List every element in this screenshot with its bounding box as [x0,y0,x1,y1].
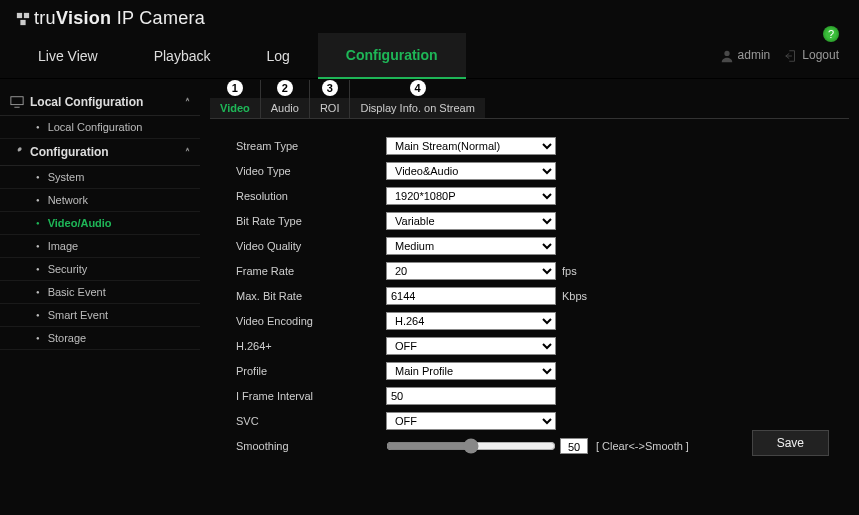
logout-link[interactable]: Logout [784,48,839,63]
brand-title: truVision IP Camera [34,8,205,29]
select-resolution[interactable]: 1920*1080P [386,187,556,205]
nav-tab-log[interactable]: Log [238,33,317,79]
sidebar-item-network[interactable]: Network [0,189,200,212]
select-bit-rate-type[interactable]: Variable [386,212,556,230]
unit-kbps: Kbps [562,290,587,302]
main-nav: Live View Playback Log Configuration adm… [0,33,859,79]
help-icon[interactable]: ? [823,26,839,42]
callout-4: 4 [410,80,426,96]
nav-tab-configuration[interactable]: Configuration [318,33,466,79]
label-resolution: Resolution [236,190,386,202]
sidebar-head-local-config[interactable]: Local Configuration ˄ [0,89,200,116]
smoothing-value: 50 [560,438,588,454]
label-video-encoding: Video Encoding [236,315,386,327]
content-panel: 1 Video 2 Audio 3 ROI 4 Display Info. on… [200,79,859,468]
label-video-type: Video Type [236,165,386,177]
sidebar: Local Configuration ˄ Local Configuratio… [0,79,200,468]
select-video-type[interactable]: Video&Audio [386,162,556,180]
select-stream-type[interactable]: Main Stream(Normal) [386,137,556,155]
label-bit-rate-type: Bit Rate Type [236,215,386,227]
select-profile[interactable]: Main Profile [386,362,556,380]
callout-2: 2 [277,80,293,96]
subtab-audio[interactable]: Audio [261,98,309,118]
sidebar-group-configuration: Configuration ˄ System Network Video/Aud… [0,139,200,350]
sidebar-item-storage[interactable]: Storage [0,327,200,350]
sidebar-item-local-configuration[interactable]: Local Configuration [0,116,200,139]
sidebar-item-system[interactable]: System [0,166,200,189]
subtab-video[interactable]: Video [210,98,260,118]
input-max-bit-rate[interactable] [386,287,556,305]
select-h264-plus[interactable]: OFF [386,337,556,355]
svg-rect-2 [20,19,25,24]
sidebar-item-basic-event[interactable]: Basic Event [0,281,200,304]
label-svc: SVC [236,415,386,427]
label-max-bit-rate: Max. Bit Rate [236,290,386,302]
sidebar-item-image[interactable]: Image [0,235,200,258]
sidebar-head-label: Configuration [30,145,109,159]
smoothing-hint: [ Clear<->Smooth ] [596,440,689,452]
unit-fps: fps [562,265,577,277]
slider-smoothing[interactable] [386,438,556,454]
sidebar-group-local-config: Local Configuration ˄ Local Configuratio… [0,89,200,139]
select-video-quality[interactable]: Medium [386,237,556,255]
brand-header: truVision IP Camera [0,0,859,33]
callout-1: 1 [227,80,243,96]
chevron-up-icon: ˄ [185,97,190,108]
svg-point-3 [724,51,729,56]
subtab-roi[interactable]: ROI [310,98,350,118]
label-video-quality: Video Quality [236,240,386,252]
label-h264-plus: H.264+ [236,340,386,352]
sidebar-item-video-audio[interactable]: Video/Audio [0,212,200,235]
wrench-icon [10,145,24,159]
svg-rect-1 [24,12,29,17]
user-area: admin Logout [720,48,859,63]
svg-rect-4 [11,97,23,105]
chevron-up-icon: ˄ [185,147,190,158]
select-frame-rate[interactable]: 20 [386,262,556,280]
label-i-frame: I Frame Interval [236,390,386,402]
label-stream-type: Stream Type [236,140,386,152]
sidebar-item-smart-event[interactable]: Smart Event [0,304,200,327]
nav-tab-live-view[interactable]: Live View [10,33,126,79]
brand-logo-icon [16,12,30,26]
svg-rect-0 [17,12,22,17]
select-video-encoding[interactable]: H.264 [386,312,556,330]
save-button[interactable]: Save [752,430,829,456]
sub-tabs: 1 Video 2 Audio 3 ROI 4 Display Info. on… [210,83,849,119]
sidebar-head-label: Local Configuration [30,95,143,109]
input-i-frame[interactable] [386,387,556,405]
label-smoothing: Smoothing [236,440,386,452]
sidebar-head-configuration[interactable]: Configuration ˄ [0,139,200,166]
video-settings-form: Stream Type Main Stream(Normal) Video Ty… [210,119,849,458]
callout-3: 3 [322,80,338,96]
nav-tab-playback[interactable]: Playback [126,33,239,79]
monitor-icon [10,95,24,109]
logout-icon [784,49,798,63]
sidebar-item-security[interactable]: Security [0,258,200,281]
user-name[interactable]: admin [720,48,771,63]
select-svc[interactable]: OFF [386,412,556,430]
subtab-display-info[interactable]: Display Info. on Stream [350,98,484,118]
label-frame-rate: Frame Rate [236,265,386,277]
user-icon [720,49,734,63]
label-profile: Profile [236,365,386,377]
